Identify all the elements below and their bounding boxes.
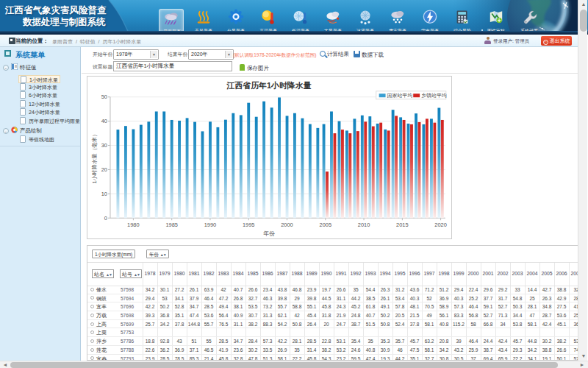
svg-text:1990: 1990: [204, 222, 217, 228]
svg-text:国家站平均: 国家站平均: [387, 93, 413, 99]
svg-text:10: 10: [101, 191, 107, 197]
svg-text:40: 40: [101, 118, 107, 124]
svg-text:2000: 2000: [281, 222, 293, 228]
svg-text:30: 30: [101, 142, 107, 149]
svg-text:2005: 2005: [320, 222, 332, 228]
svg-text:50: 50: [101, 93, 107, 100]
svg-text:2020: 2020: [434, 222, 447, 228]
svg-text:江西省历年1小时降水量: 江西省历年1小时降水量: [226, 81, 312, 90]
svg-text:年份: 年份: [263, 230, 275, 237]
svg-text:1小时降水量（毫米）: 1小时降水量（毫米）: [91, 132, 98, 184]
svg-text:2010: 2010: [358, 222, 370, 228]
svg-text:乡镇站平均: 乡镇站平均: [421, 93, 447, 99]
svg-text:0: 0: [104, 215, 107, 222]
svg-text:2015: 2015: [396, 222, 409, 228]
svg-text:20: 20: [101, 166, 107, 173]
svg-text:1985: 1985: [165, 222, 178, 228]
svg-text:1995: 1995: [243, 222, 255, 228]
svg-text:1980: 1980: [127, 222, 140, 228]
